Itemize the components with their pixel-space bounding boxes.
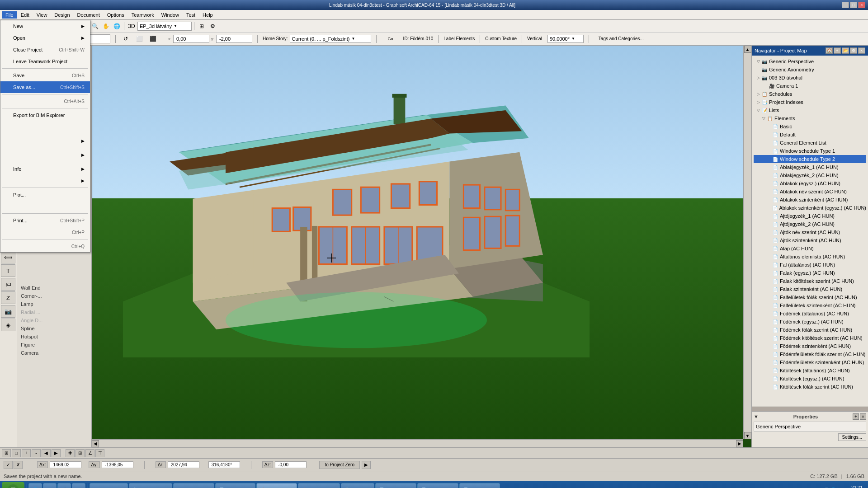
taskbar-beerkezett[interactable]: ✉ Beérkezett ... <box>90 483 128 488</box>
start-button[interactable]: ⊞ <box>2 482 24 488</box>
taskbar-total-comm[interactable]: 📁 Total Comm... <box>173 483 215 488</box>
menu-page-setup[interactable]: Print... Ctrl+Shift+P <box>0 215 90 226</box>
tool-morph[interactable]: ◈ <box>1 319 15 331</box>
orbit-btn[interactable]: 🌐 <box>112 21 122 31</box>
menu-export-bim[interactable] <box>0 121 90 133</box>
tree-project-indexes[interactable]: ▷ 📑 Project Indexes <box>754 98 866 106</box>
tree-fodemek-folak[interactable]: 📄 Födémek fólák szerint (AC HUN) <box>754 326 866 334</box>
tree-falak-szint[interactable]: 📄 Falak szintenként (AC HUN) <box>754 285 866 293</box>
tree-ablakjegyzek-2[interactable]: 📄 Ablakjegyzék_2 (AC HUN) <box>754 171 866 179</box>
menu-options[interactable]: Options <box>104 11 128 19</box>
tree-window-schedule-type-1[interactable]: 📄 Window schedule Type 1 <box>754 147 866 155</box>
wall-end-item[interactable]: Wall End <box>17 284 91 292</box>
nav-open-btn[interactable]: 📂 <box>842 47 849 54</box>
menu-exit[interactable]: Ctrl+Q <box>0 240 90 252</box>
tree-altalanos[interactable]: 📄 Általános elemlistä (AC HUN) <box>754 253 866 261</box>
tree-falak-egsz[interactable]: 📄 Falak (egysz.) (AC HUN) <box>754 269 866 277</box>
menu-file[interactable]: File <box>2 11 17 19</box>
tree-window-schedule-type-2[interactable]: 📄 Window schedule Type 2 <box>754 155 866 163</box>
tree-basic[interactable]: 📄 Basic <box>754 122 866 131</box>
taskbar-app4[interactable]: 🖥 <box>72 483 85 488</box>
tree-fodemek-kitolt[interactable]: 📄 Födémek kitöltések szerint (AC HUN) <box>754 334 866 342</box>
taskbar-ant[interactable]: 🔍 ant debug <box>341 483 375 488</box>
menu-help[interactable]: Help <box>199 11 217 19</box>
tree-fodemek-egsz[interactable]: 📄 Födémek (egysz.) (AC HUN) <box>754 318 866 326</box>
taskbar-shv[interactable]: 🏠 shvrenheim-... <box>298 483 340 488</box>
radial-item[interactable]: Radial ... <box>17 308 91 316</box>
menu-test[interactable]: Test <box>183 11 199 19</box>
tree-kitoltesek-folak[interactable]: 📄 Kitöltések fólák szerint (AC HUN) <box>754 383 866 391</box>
menu-new[interactable]: New ▶ <box>0 20 90 32</box>
tree-kitoltesek-egsz[interactable]: 📄 Kitöltések (egysz.) (AC HUN) <box>754 375 866 383</box>
settings-btn[interactable]: Settings... <box>838 433 866 441</box>
story-settings-btn[interactable]: Go <box>382 34 400 44</box>
menu-edit[interactable]: Edit <box>17 11 33 19</box>
tree-ablakok-szint-egsz[interactable]: 📄 Ablakok szintenként (egysz.) (AC HUN) <box>754 204 866 212</box>
maximize-btn[interactable]: □ <box>850 2 857 8</box>
fit-btn[interactable]: ⊞ <box>2 449 11 457</box>
menu-open[interactable]: Open ▶ <box>0 32 90 44</box>
corner-item[interactable]: Corner-... <box>17 292 91 300</box>
tree-ablakok-szint[interactable]: 📄 Ablakok szintenként (AC HUN) <box>754 196 866 204</box>
tree-ablakok-nev[interactable]: 📄 Ablakok név szerint (AC HUN) <box>754 188 866 196</box>
tree-default[interactable]: 📄 Default <box>754 131 866 139</box>
taskbar-folder[interactable]: 📁 <box>43 483 57 488</box>
menu-window[interactable]: Window <box>158 11 183 19</box>
hscroll-left[interactable]: ◀ <box>92 440 99 447</box>
next-view-btn[interactable]: ▶ <box>52 449 61 457</box>
zoom-all-btn[interactable]: □ <box>12 449 21 457</box>
section-icon[interactable]: ⬛ <box>148 34 158 44</box>
tree-falak-kitolt[interactable]: 📄 Falak kitöltések szerint (AC HUN) <box>754 277 866 285</box>
zoom-in-btn[interactable]: 🔍 <box>90 21 100 31</box>
angle-dropdown[interactable]: 90,0000° ▼ <box>547 35 584 43</box>
tree-ablakjegyzek-1[interactable]: 📄 Ablakjegyzék_1 (AC HUN) <box>754 163 866 171</box>
coord-accept-btn[interactable]: ✓ <box>4 461 13 469</box>
tree-general-element-list[interactable]: 📄 General Element List <box>754 139 866 147</box>
tool-label-tool[interactable]: 🏷 <box>1 278 15 291</box>
menu-save-as[interactable]: Save as... Ctrl+Shift+S <box>0 81 90 93</box>
floor-icon[interactable]: ⬜ <box>134 34 144 44</box>
menu-document[interactable]: Document <box>74 11 104 19</box>
camera-item[interactable]: Camera <box>17 349 91 357</box>
tree-falfeluletek-folak[interactable]: 📄 Falfelületek fólák szerint (AC HUN) <box>754 293 866 301</box>
coord-cancel-btn[interactable]: ✗ <box>14 461 23 469</box>
tree-fodemek-alt[interactable]: 📄 Födémek (általános) (AC HUN) <box>754 310 866 318</box>
tree-fodemfeluletek-szint[interactable]: 📄 Födémfelületek szintenként (AC HUN) <box>754 358 866 366</box>
layers-btn[interactable]: ⊞ <box>197 21 207 31</box>
tree-generic-axonometry[interactable]: 📷 Generic Axonometry <box>754 66 866 74</box>
vscroll-down[interactable]: ▼ <box>744 432 751 439</box>
tags-categories-btn[interactable]: Tags and Categories... <box>594 34 648 44</box>
menu-teamwork[interactable]: Teamwork <box>128 11 158 19</box>
tree-generic-perspective[interactable]: ▽ 📷 Generic Perspective <box>754 57 866 66</box>
settings-btn[interactable]: ⚙ <box>208 21 217 31</box>
nav-hscroll[interactable] <box>752 406 868 411</box>
menu-leave-teamwork[interactable]: Leave Teamwork Project <box>0 56 90 67</box>
nav-close-btn[interactable]: × <box>858 47 865 54</box>
guide-btn[interactable]: ⊤ <box>95 449 104 457</box>
tree-ajtok-szint[interactable]: 📄 Ajtók szintenként (AC HUN) <box>754 236 866 244</box>
tree-alap[interactable]: 📄 Alap (AC HUN) <box>754 244 866 253</box>
tree-fal-alt[interactable]: 📄 Fal (általános) (AC HUN) <box>754 261 866 269</box>
tree-fodemfeluletek-folak[interactable]: 📄 Födémfelületek fólák szerint (AC HUN) <box>754 350 866 358</box>
menu-save[interactable]: Save Ctrl+S <box>0 70 90 81</box>
tree-camera-1[interactable]: 🎥 Camera 1 <box>754 82 866 90</box>
menu-print[interactable]: Ctrl+P <box>0 226 90 238</box>
home-story-dropdown[interactable]: Current (0. ... p_Földszint) ▼ <box>290 35 371 43</box>
figure-item[interactable]: Figure <box>17 341 91 349</box>
taskbar-lindab[interactable]: 🏠 Lindab más... <box>256 483 297 488</box>
menu-create-travel-pack[interactable]: Export for BIM Explorer <box>0 109 90 121</box>
grid-btn[interactable]: ⊞ <box>75 449 85 457</box>
hscroll-right[interactable]: ▶ <box>736 440 743 447</box>
snap-btn[interactable]: ✚ <box>66 449 75 457</box>
tool-zone[interactable]: Z <box>1 291 15 304</box>
menu-view[interactable]: View <box>33 11 51 19</box>
taskbar-maxwell[interactable]: 🔧 Maxwell Ren... <box>129 483 172 488</box>
nav-settings-btn[interactable]: ⚙ <box>850 47 857 54</box>
taskbar-nevtelen-3[interactable]: 📄 *Névtelen-3... <box>459 483 500 488</box>
menu-plot-setup[interactable]: Plot... <box>0 189 90 201</box>
menu-info[interactable]: ▶ <box>0 175 90 187</box>
vscroll-up[interactable]: ▲ <box>744 46 751 53</box>
tree-ajtok-nev[interactable]: 📄 Ajtók név szerint (AC HUN) <box>754 228 866 236</box>
tree-ajtojegyzek-1[interactable]: 📄 Ajtójegyzék_1 (AC HUN) <box>754 212 866 220</box>
nav-hscroll-thumb[interactable] <box>752 407 868 411</box>
